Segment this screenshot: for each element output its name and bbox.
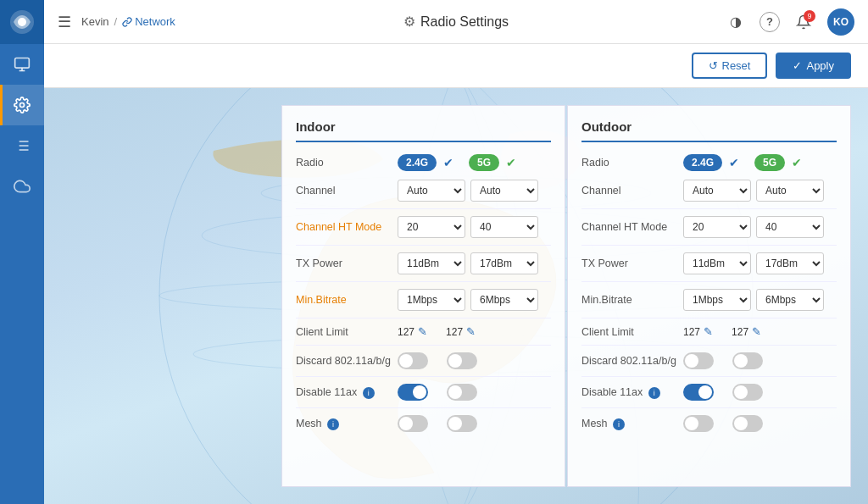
indoor-mesh-controls [398,415,551,432]
indoor-channel-label: Channel [296,185,398,197]
outdoor-disable11ax-label: Disable 11ax i [581,386,683,399]
indoor-ht-row: Channel HT Mode 2040 204080 [296,216,551,246]
sidebar-item-monitor[interactable] [0,44,44,85]
breadcrumb-separator: / [114,15,118,28]
outdoor-clientlimit-5g-edit[interactable]: ✎ [752,325,761,338]
outdoor-txpower-label: TX Power [581,258,683,269]
indoor-channel-row: Channel Auto1611 Auto364044 [296,180,551,209]
outdoor-clientlimit-24-value: 127 ✎ [683,325,713,338]
sidebar-item-cloud[interactable] [0,166,44,207]
indoor-bitrate-label: Min.Bitrate [296,294,398,306]
outdoor-ht-24-select[interactable]: 2040 [683,216,751,238]
indoor-discard-24-toggle[interactable] [398,352,428,369]
breadcrumb-network-label: Network [135,15,175,28]
svg-point-1 [18,18,26,26]
breadcrumb-user: Kevin [81,15,109,28]
indoor-mesh-row: Mesh i [296,415,551,439]
outdoor-radio-badges: 2.4G ✔ 5G ✔ [683,154,837,171]
outdoor-txpower-5g-select[interactable]: 17dBm [756,252,824,274]
indoor-txpower-5g-select[interactable]: 11dBm14dBm17dBm [470,252,538,274]
indoor-mesh-5g-toggle[interactable] [447,415,477,432]
indoor-txpower-label: TX Power [296,258,398,269]
outdoor-txpower-row: TX Power 11dBm 17dBm [581,252,837,282]
indoor-disable11ax-24-toggle[interactable] [398,384,428,401]
outdoor-discard-5g-toggle[interactable] [732,352,763,369]
indoor-txpower-24-select[interactable]: 11dBm14dBm17dBm [398,252,465,274]
indoor-clientlimit-24-edit[interactable]: ✎ [418,325,427,338]
outdoor-mesh-label: Mesh i [581,418,683,430]
indoor-channel-5g-select[interactable]: Auto364044 [470,180,538,202]
indoor-clientlimit-label: Client Limit [296,326,398,338]
outdoor-bitrate-label: Min.Bitrate [581,294,683,306]
sidebar-item-settings[interactable] [0,85,44,125]
indoor-mesh-label: Mesh i [296,418,398,430]
outdoor-mesh-row: Mesh i [581,415,837,439]
outdoor-disable11ax-controls [683,384,837,401]
indoor-24g-check[interactable]: ✔ [443,156,453,169]
indoor-clientlimit-5g-edit[interactable]: ✎ [466,325,476,338]
outdoor-channel-controls: Auto Auto [683,180,837,202]
panels-container: Indoor Radio 2.4G ✔ 5G ✔ Channel [281,105,851,487]
toolbar: ↺ Reset ✓ Apply [44,44,868,88]
indoor-5g-check[interactable]: ✔ [506,156,516,169]
indoor-disable11ax-5g-toggle[interactable] [447,384,477,401]
outdoor-disable11ax-5g-toggle[interactable] [732,384,763,401]
outdoor-clientlimit-5g-value: 127 ✎ [732,325,761,338]
indoor-channel-controls: Auto1611 Auto364044 [398,180,551,202]
avatar[interactable]: KO [827,8,854,36]
outdoor-mesh-controls [683,415,837,432]
breadcrumb: Kevin / Network [81,15,175,28]
breadcrumb-network[interactable]: Network [122,15,175,28]
gear-icon: ⚙ [403,14,415,30]
indoor-mesh-24-toggle[interactable] [398,415,428,432]
outdoor-discard-24-toggle[interactable] [683,352,714,369]
indoor-bitrate-controls: 1Mbps2Mbps5Mbps 6Mbps9Mbps12Mbps [398,289,551,311]
outdoor-disable11ax-info[interactable]: i [648,387,660,399]
indoor-disable11ax-row: Disable 11ax i [296,384,551,408]
outdoor-panel: Outdoor Radio 2.4G ✔ 5G ✔ Channel [567,105,851,487]
menu-button[interactable]: ☰ [58,13,71,31]
outdoor-clientlimit-24-edit[interactable]: ✎ [704,325,713,338]
sidebar [0,0,44,504]
outdoor-disable11ax-24-toggle[interactable] [683,384,714,401]
outdoor-radio-label: Radio [581,157,683,169]
main-area: ☰ Kevin / Network ⚙ Radio Settings ◑ ? [44,0,868,504]
indoor-mesh-info[interactable]: i [327,418,339,430]
outdoor-bitrate-24-select[interactable]: 1Mbps [683,289,751,311]
indoor-ht-5g-select[interactable]: 204080 [470,216,538,238]
indoor-radio-label: Radio [296,157,398,169]
apply-button[interactable]: ✓ Apply [776,53,851,79]
outdoor-ht-label: Channel HT Mode [581,221,683,233]
sidebar-item-list[interactable] [0,125,44,166]
indoor-channel-24-select[interactable]: Auto1611 [398,180,465,202]
indoor-radio-row: Radio 2.4G ✔ 5G ✔ [296,154,551,171]
indoor-discard-label: Discard 802.11a/b/g [296,355,398,367]
reset-button[interactable]: ↺ Reset [692,53,768,79]
help-button[interactable]: ? [760,12,780,32]
indoor-bitrate-24-select[interactable]: 1Mbps2Mbps5Mbps [398,289,465,311]
indoor-bitrate-5g-select[interactable]: 6Mbps9Mbps12Mbps [470,289,538,311]
svg-rect-2 [15,58,30,69]
outdoor-ht-controls: 2040 204080 [683,216,837,238]
outdoor-mesh-5g-toggle[interactable] [732,415,763,432]
indoor-ht-24-select[interactable]: 2040 [398,216,465,238]
indoor-clientlimit-row: Client Limit 127 ✎ 127 ✎ [296,325,551,346]
outdoor-txpower-24-select[interactable]: 11dBm [683,252,751,274]
outdoor-24g-check[interactable]: ✔ [729,156,739,169]
notifications-button[interactable]: 9 [790,8,817,36]
outdoor-5g-check[interactable]: ✔ [792,156,802,169]
outdoor-bitrate-5g-select[interactable]: 6Mbps [756,289,824,311]
sidebar-logo[interactable] [0,0,44,44]
outdoor-channel-5g-select[interactable]: Auto [756,180,824,202]
indoor-disable11ax-info[interactable]: i [363,387,375,399]
outdoor-channel-24-select[interactable]: Auto [683,180,751,202]
outdoor-radio-row: Radio 2.4G ✔ 5G ✔ [581,154,837,171]
outdoor-mesh-24-toggle[interactable] [683,415,714,432]
outdoor-24g-badge: 2.4G [683,154,722,171]
contrast-button[interactable]: ◑ [722,8,749,36]
outdoor-mesh-info[interactable]: i [613,418,625,430]
indoor-discard-5g-toggle[interactable] [447,352,477,369]
outdoor-ht-5g-select[interactable]: 204080 [756,216,824,238]
outdoor-clientlimit-controls: 127 ✎ 127 ✎ [683,325,837,338]
indoor-bitrate-row: Min.Bitrate 1Mbps2Mbps5Mbps 6Mbps9Mbps12… [296,289,551,318]
